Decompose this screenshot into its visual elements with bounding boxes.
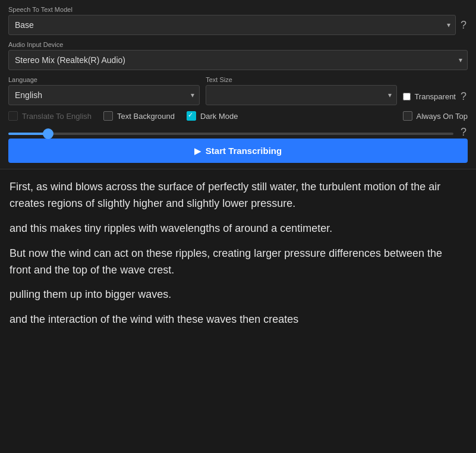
play-icon: ▶ <box>194 146 201 156</box>
language-label: Language <box>8 76 200 83</box>
language-select-wrapper: English Spanish French German Japanese C… <box>8 85 200 105</box>
translate-english-checkbox[interactable] <box>8 111 18 121</box>
always-on-top-checkbox[interactable] <box>403 111 412 121</box>
transcript-para-5: and the interaction of the wind with the… <box>10 312 466 328</box>
translate-english-item[interactable]: Translate To English <box>8 111 92 121</box>
textsize-group: Text Size 12141618 20222426 28303648 ▾ <box>206 76 397 105</box>
dark-mode-item[interactable]: Dark Mode <box>187 111 238 121</box>
text-background-item[interactable]: Text Background <box>103 111 175 121</box>
transcript-para-1: First, as wind blows across the surface … <box>10 179 466 212</box>
speech-model-label: Speech To Text Model <box>8 6 468 13</box>
slider-wrapper <box>8 127 453 137</box>
translate-english-label: Translate To English <box>22 112 92 121</box>
audio-input-group: Audio Input Device Stereo Mix (Realtek(R… <box>8 41 468 70</box>
language-select[interactable]: English Spanish French German Japanese C… <box>9 86 199 105</box>
right-options: Always On Top <box>403 111 468 121</box>
audio-input-select-wrapper: Stereo Mix (Realtek(R) Audio) Microphone… <box>8 50 468 70</box>
audio-input-label: Audio Input Device <box>8 41 468 48</box>
start-transcribing-label: Start Transcribing <box>206 146 282 156</box>
slider-help-button[interactable]: ? <box>459 127 468 137</box>
transcript-para-2: and this makes tiny ripples with wavelen… <box>10 221 466 237</box>
dark-mode-checkbox[interactable] <box>187 111 196 121</box>
settings-panel: Speech To Text Model Base Small Medium L… <box>0 0 476 169</box>
lang-textsize-row: Language English Spanish French German J… <box>8 76 468 105</box>
transcript-para-3: But now the wind can act on these ripple… <box>10 246 466 279</box>
always-on-top-label: Always On Top <box>417 112 468 121</box>
start-transcribing-button[interactable]: ▶ Start Transcribing <box>8 139 468 163</box>
speech-model-select[interactable]: Base Small Medium Large <box>9 15 455 34</box>
always-on-top-item[interactable]: Always On Top <box>403 111 468 121</box>
transparent-label[interactable]: Transparent <box>414 92 456 101</box>
textsize-select[interactable]: 12141618 20222426 28303648 <box>206 86 396 105</box>
text-background-checkbox[interactable] <box>103 111 113 121</box>
transcript-area: First, as wind blows across the surface … <box>0 169 476 346</box>
transparent-help-button[interactable]: ? <box>459 91 468 102</box>
speech-model-select-wrapper: Base Small Medium Large ▾ <box>8 15 456 35</box>
dark-mode-label: Dark Mode <box>200 112 238 121</box>
left-options: Translate To English Text Background Dar… <box>8 111 238 121</box>
options-row: Translate To English Text Background Dar… <box>8 111 468 121</box>
textsize-select-wrapper: 12141618 20222426 28303648 ▾ <box>206 85 397 105</box>
audio-input-select[interactable]: Stereo Mix (Realtek(R) Audio) Microphone… <box>9 51 467 70</box>
slider-row: ? <box>8 127 468 137</box>
volume-slider[interactable] <box>8 133 453 135</box>
speech-model-help-button[interactable]: ? <box>459 20 468 30</box>
language-group: Language English Spanish French German J… <box>8 76 200 105</box>
transcript-para-4: pulling them up into bigger waves. <box>10 287 466 303</box>
text-background-label: Text Background <box>117 112 175 121</box>
speech-model-group: Speech To Text Model Base Small Medium L… <box>8 6 468 35</box>
transparent-checkbox[interactable] <box>403 93 411 100</box>
textsize-label: Text Size <box>206 76 397 83</box>
transparent-group: Transparent ? <box>403 91 468 105</box>
